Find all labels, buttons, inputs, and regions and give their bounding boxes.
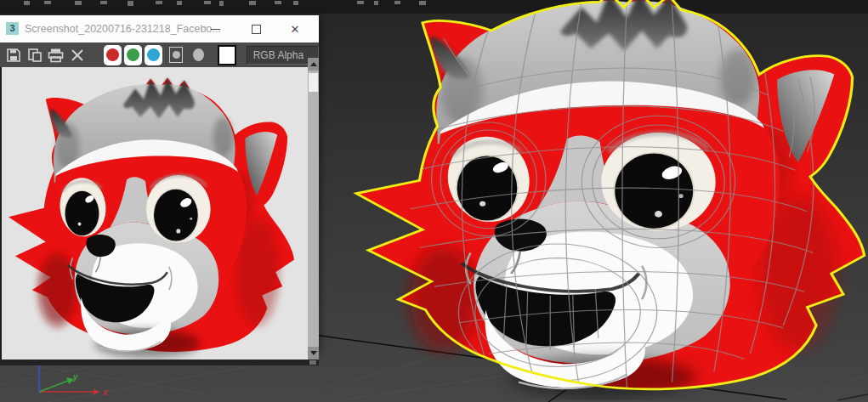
window-title: Screenshot_20200716-231218_Facebo... (25, 15, 221, 42)
chevron-down-icon (310, 351, 317, 355)
chevron-up-icon (310, 62, 317, 66)
green-channel-icon (127, 48, 139, 61)
vertical-scrollbar[interactable] (308, 58, 319, 360)
blue-channel-icon (147, 48, 160, 61)
maximize-icon (252, 25, 261, 34)
screen: x y z (0, 0, 868, 402)
render-toolbar: RGB Alpha (0, 42, 319, 69)
window-titlebar[interactable]: 3 Screenshot_20200716-231218_Facebo... ✕ (0, 15, 319, 42)
clear-image-icon (70, 48, 85, 63)
resize-grip-icon (309, 360, 316, 365)
window-bottom-edge (0, 360, 319, 365)
model-head-3d[interactable] (344, 0, 868, 400)
background-color-swatch[interactable] (218, 45, 235, 65)
axis-x-label: x (102, 388, 108, 397)
scroll-up-button[interactable] (308, 58, 319, 71)
green-channel-button[interactable] (124, 45, 142, 65)
close-icon: ✕ (291, 24, 300, 35)
minimize-icon (211, 29, 220, 30)
rendered-image-canvas[interactable] (0, 67, 308, 360)
print-image-icon (48, 48, 64, 63)
rendered-panda-image (2, 67, 308, 360)
red-channel-button[interactable] (104, 45, 122, 65)
print-image-button[interactable] (48, 47, 64, 64)
maximize-button[interactable] (245, 15, 267, 42)
axis-y-label: y (72, 372, 78, 382)
clone-rendered-frame-button[interactable] (26, 47, 43, 64)
save-image-button[interactable] (5, 47, 21, 64)
axis-y-line (39, 381, 68, 392)
save-image-icon (6, 48, 21, 63)
blue-channel-button[interactable] (145, 45, 162, 65)
clone-rendered-frame-icon (27, 48, 43, 63)
red-channel-icon (106, 48, 119, 61)
monochrome-icon (173, 51, 180, 59)
alpha-channel-button[interactable] (193, 48, 204, 61)
monochrome-channel-button[interactable] (169, 47, 184, 63)
close-button[interactable]: ✕ (284, 15, 306, 42)
3ds-max-logo-icon[interactable]: 3 (6, 22, 19, 35)
render-frame-window: 3 Screenshot_20200716-231218_Facebo... ✕ (0, 15, 319, 350)
axis-x-arrow-icon (94, 389, 100, 395)
clear-image-button[interactable] (69, 47, 85, 64)
scroll-down-button[interactable] (308, 347, 319, 360)
minimize-button[interactable] (204, 15, 226, 42)
scroll-thumb[interactable] (309, 73, 318, 92)
